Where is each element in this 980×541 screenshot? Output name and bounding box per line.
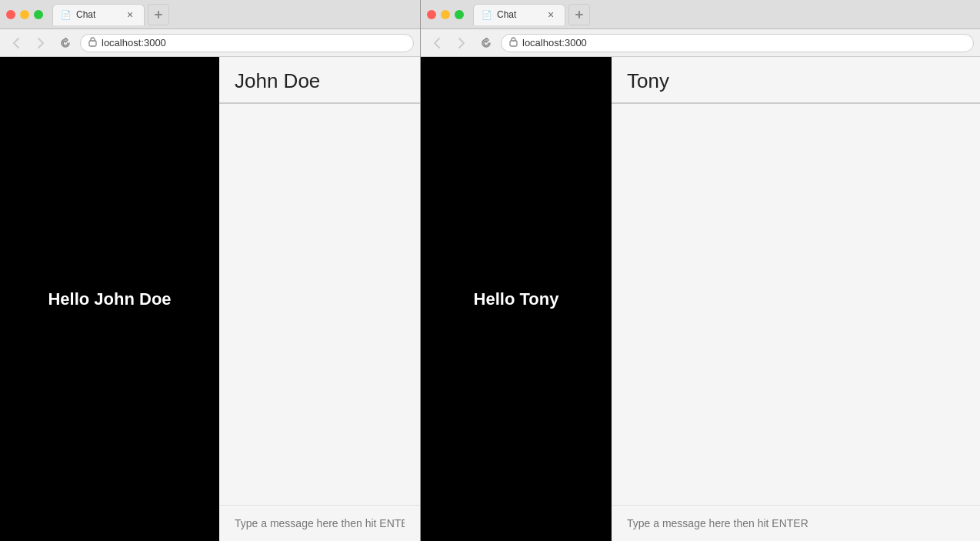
maximize-button-1[interactable] — [34, 10, 43, 19]
new-tab-button-1[interactable] — [148, 4, 169, 25]
minimize-button-2[interactable] — [441, 10, 450, 19]
chat-header-1: John Doe — [219, 57, 420, 104]
url-text-1: localhost:3000 — [102, 37, 166, 48]
close-button-2[interactable] — [427, 10, 436, 19]
tab-title-1: Chat — [76, 9, 95, 20]
chat-messages-1 — [219, 104, 420, 505]
address-bar-1[interactable]: localhost:3000 — [80, 34, 414, 52]
minimize-button-1[interactable] — [20, 10, 29, 19]
forward-button-2[interactable] — [452, 33, 472, 53]
title-bar-1: 📄 Chat × — [0, 0, 420, 29]
tab-close-2[interactable]: × — [545, 8, 557, 21]
chat-input-2[interactable] — [627, 517, 965, 529]
new-tab-button-2[interactable] — [568, 4, 590, 25]
lock-icon-1 — [88, 37, 97, 48]
chat-area-1: John Doe — [219, 57, 420, 541]
nav-bar-1: localhost:3000 — [0, 29, 420, 57]
close-button-1[interactable] — [6, 10, 15, 19]
chat-messages-2 — [612, 104, 980, 505]
tab-bar-1: 📄 Chat × — [52, 4, 414, 25]
tab-1[interactable]: 📄 Chat × — [52, 4, 145, 25]
chat-user-name-1: John Doe — [235, 69, 320, 92]
reload-button-1[interactable] — [55, 33, 75, 53]
svg-rect-2 — [89, 41, 96, 46]
chat-input-area-2 — [612, 505, 980, 541]
window-controls-1 — [6, 10, 43, 19]
app-content-2: Hello Tony Tony — [421, 57, 980, 541]
chat-input-area-1 — [219, 505, 420, 541]
svg-rect-4 — [578, 11, 580, 18]
maximize-button-2[interactable] — [455, 10, 464, 19]
tab-2[interactable]: 📄 Chat × — [473, 4, 565, 25]
reload-button-2[interactable] — [476, 33, 496, 53]
tab-title-2: Chat — [497, 9, 516, 20]
url-text-2: localhost:3000 — [522, 37, 587, 48]
browser-window-1: 📄 Chat × — [0, 0, 421, 541]
tab-bar-2: 📄 Chat × — [473, 4, 974, 25]
title-bar-2: 📄 Chat × — [421, 0, 980, 29]
tab-close-1[interactable]: × — [124, 8, 136, 21]
sidebar-greeting-2: Hello Tony — [474, 289, 559, 309]
svg-rect-1 — [158, 11, 159, 18]
sidebar-1: Hello John Doe — [0, 57, 219, 541]
window-controls-2 — [427, 10, 464, 19]
forward-button-1[interactable] — [31, 33, 51, 53]
tab-icon-2: 📄 — [482, 9, 492, 20]
sidebar-greeting-1: Hello John Doe — [48, 289, 171, 309]
back-button-2[interactable] — [427, 33, 447, 53]
nav-bar-2: localhost:3000 — [421, 29, 980, 57]
chat-area-2: Tony — [612, 57, 980, 541]
chat-header-2: Tony — [612, 57, 980, 104]
svg-rect-5 — [510, 41, 517, 46]
tab-icon-1: 📄 — [61, 9, 72, 20]
sidebar-2: Hello Tony — [421, 57, 612, 541]
chat-input-1[interactable] — [235, 517, 405, 529]
lock-icon-2 — [509, 37, 518, 48]
browser-window-2: 📄 Chat × — [421, 0, 980, 541]
address-bar-2[interactable]: localhost:3000 — [501, 34, 974, 52]
back-button-1[interactable] — [6, 33, 26, 53]
chat-user-name-2: Tony — [627, 69, 669, 92]
app-content-1: Hello John Doe John Doe — [0, 57, 420, 541]
